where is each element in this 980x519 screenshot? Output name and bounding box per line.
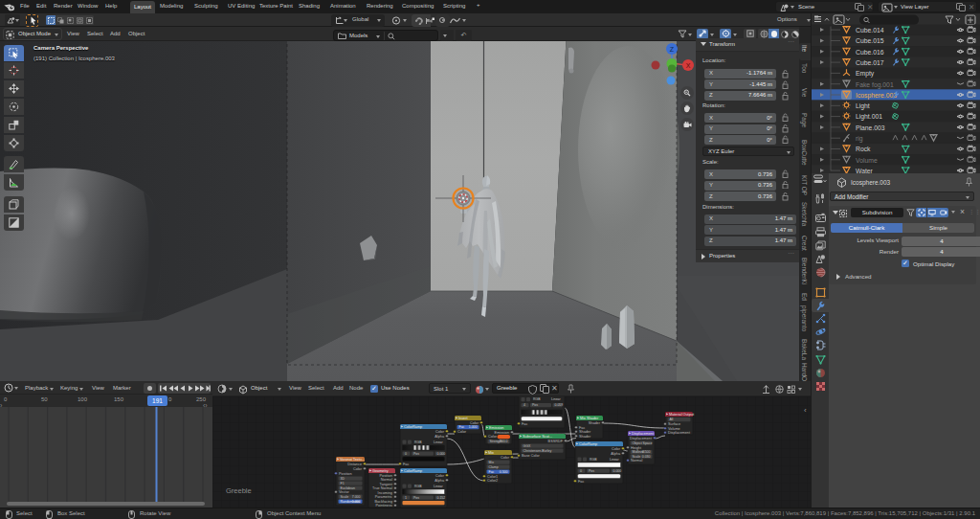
svg-text:Cube.014: Cube.014 (856, 27, 884, 34)
svg-text:0.152: 0.152 (437, 496, 446, 500)
svg-text:Fac: Fac (522, 422, 527, 426)
svg-text:Emission: Emission (495, 431, 509, 435)
svg-text:Color: Color (501, 456, 510, 460)
svg-text:ColorRamp: ColorRamp (579, 442, 597, 446)
svg-text:Color: Color (457, 430, 467, 434)
svg-text:Color: Color (612, 447, 621, 451)
svg-text:RGB: RGB (533, 397, 541, 401)
svg-text:Mix Shader: Mix Shader (580, 417, 599, 420)
svg-text:rig: rig (856, 135, 863, 143)
svg-text:Pos: Pos (532, 403, 538, 407)
svg-text:Vector: Vector (339, 490, 349, 494)
svg-text:Incoming: Incoming (378, 491, 392, 495)
svg-text:Fake fog.001: Fake fog.001 (856, 81, 894, 89)
svg-text:True Normal: True Normal (372, 486, 392, 490)
svg-text:Base Color: Base Color (522, 454, 541, 458)
svg-text:Alpha: Alpha (611, 452, 621, 456)
svg-text:Mix: Mix (489, 461, 495, 464)
svg-text:1: 1 (405, 496, 407, 500)
svg-text:Surface: Surface (668, 422, 680, 426)
svg-text:Icosphere.003: Icosphere.003 (856, 92, 897, 100)
svg-text:Displacement: Displacement (632, 432, 655, 436)
svg-text:Displacement: Displacement (668, 431, 691, 435)
svg-text:Clamp: Clamp (489, 465, 499, 469)
svg-text:RGB: RGB (590, 458, 597, 462)
svg-text:Shader: Shader (579, 435, 591, 439)
svg-text:0: 0 (580, 469, 582, 473)
svg-text:Voronoi Textu...: Voronoi Textu... (340, 458, 365, 462)
svg-text:Fac: Fac (489, 470, 495, 474)
svg-text:200.0: 200.0 (500, 440, 508, 443)
svg-text:ColorRamp: ColorRamp (404, 469, 422, 473)
svg-text:X: X (686, 62, 691, 69)
svg-text:1.000: 1.000 (352, 500, 361, 504)
svg-text:Position: Position (379, 474, 392, 478)
svg-text:Distance: Distance (347, 463, 362, 466)
svg-text:Material Output: Material Output (669, 413, 695, 417)
svg-text:Cube.017: Cube.017 (856, 59, 884, 66)
svg-text:3D: 3D (341, 477, 345, 481)
svg-text:0.500: 0.500 (642, 450, 651, 454)
svg-text:Invert: Invert (458, 417, 468, 420)
svg-text:Cube.016: Cube.016 (856, 49, 884, 56)
svg-text:Light: Light (856, 102, 870, 110)
svg-text:Color: Color (353, 467, 363, 471)
svg-text:Pos: Pos (413, 496, 419, 500)
svg-text:Light.001: Light.001 (856, 113, 882, 121)
svg-text:GGX: GGX (523, 444, 531, 448)
svg-text:Cube.015: Cube.015 (856, 37, 884, 44)
svg-text:All: All (670, 417, 674, 421)
svg-text:Fac: Fac (578, 480, 584, 484)
svg-text:0.500: 0.500 (500, 470, 508, 474)
svg-text:Alpha: Alpha (434, 479, 445, 483)
svg-text:Shader: Shader (579, 430, 591, 434)
svg-text:Parametric: Parametric (375, 495, 392, 499)
svg-text:Object Space: Object Space (633, 441, 653, 445)
svg-text:Linear: Linear (434, 440, 444, 444)
svg-text:Tangent: Tangent (379, 483, 392, 486)
svg-text:Alpha: Alpha (434, 435, 445, 439)
svg-text:Color1: Color1 (487, 475, 498, 479)
svg-text:Color: Color (435, 474, 445, 478)
svg-text:RGB: RGB (414, 440, 422, 444)
svg-text:Fac: Fac (459, 425, 465, 429)
svg-text:0: 0 (405, 452, 407, 456)
svg-text:1.000: 1.000 (469, 425, 478, 429)
svg-text:Height: Height (631, 446, 642, 450)
svg-text:Color: Color (435, 430, 445, 434)
svg-text:RGB: RGB (414, 485, 422, 488)
svg-text:Z: Z (670, 46, 675, 53)
svg-text:ColorRamp: ColorRamp (404, 425, 422, 429)
svg-text:Displacement: Displacement (630, 437, 653, 440)
svg-text:Volume: Volume (668, 427, 680, 431)
svg-text:Subsurface Scat...: Subsurface Scat... (523, 435, 552, 439)
svg-text:0.059: 0.059 (555, 403, 564, 407)
svg-text:Emission: Emission (489, 426, 503, 430)
svg-text:Plane.003: Plane.003 (856, 124, 885, 131)
svg-text:7.000: 7.000 (352, 495, 361, 499)
svg-text:Color: Color (470, 421, 479, 425)
svg-text:Empty: Empty (856, 70, 875, 78)
svg-text:Position: Position (339, 472, 352, 476)
svg-text:Mix: Mix (488, 451, 494, 455)
svg-text:Linear: Linear (434, 485, 444, 488)
svg-text:Linear: Linear (551, 397, 562, 401)
svg-text:Scale: Scale (341, 495, 349, 499)
svg-text:0.030: 0.030 (642, 455, 651, 459)
svg-text:Fac: Fac (579, 426, 585, 430)
svg-text:Pos: Pos (413, 452, 419, 456)
svg-text:Fac: Fac (403, 463, 409, 466)
svg-text:0.000: 0.000 (613, 469, 622, 473)
svg-text:Normal: Normal (631, 459, 642, 463)
svg-text:Geometry: Geometry (372, 469, 389, 473)
svg-text:BSSRDF: BSSRDF (548, 440, 564, 443)
svg-text:Euclidean: Euclidean (341, 486, 355, 490)
svg-text:Color2: Color2 (487, 479, 498, 483)
svg-text:Linear: Linear (610, 458, 620, 462)
svg-text:0.000: 0.000 (437, 452, 446, 456)
svg-text:Rock: Rock (856, 146, 871, 152)
svg-text:Shader: Shader (589, 421, 601, 425)
svg-text:Pos: Pos (589, 469, 594, 473)
svg-text:Color: Color (488, 435, 498, 439)
svg-text:Christensen-Burley: Christensen-Burley (523, 449, 552, 453)
